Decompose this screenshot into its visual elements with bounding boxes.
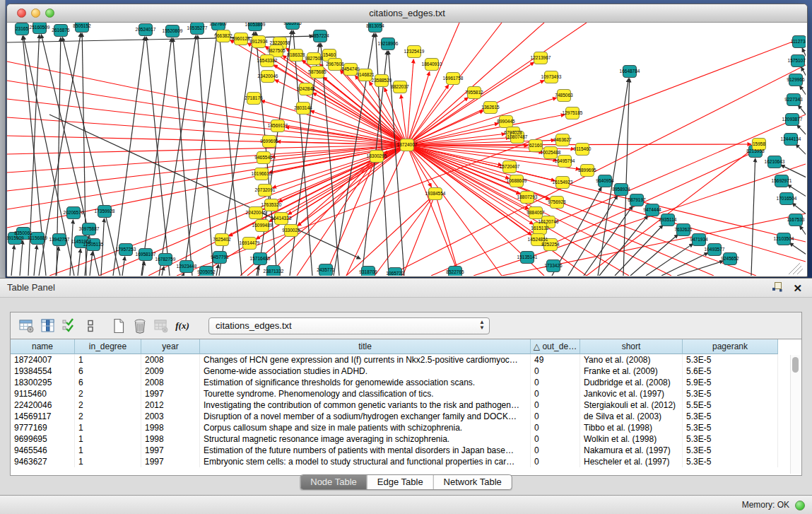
table-cell[interactable]: 2008: [141, 354, 200, 366]
table-cell[interactable]: 1: [75, 445, 141, 456]
table-cell[interactable]: 49: [531, 354, 580, 366]
table-cell[interactable]: 0: [531, 433, 580, 445]
memory-status-icon[interactable]: [795, 501, 805, 510]
network-window-titlebar[interactable]: citations_edges.txt: [7, 4, 807, 23]
table-cell[interactable]: 1: [75, 422, 141, 433]
table-cell[interactable]: 22420046: [11, 399, 75, 411]
table-cell[interactable]: 2: [75, 399, 141, 411]
table-cell[interactable]: 0: [531, 411, 580, 422]
table-body[interactable]: 1872400712008Changes of HCN gene express…: [11, 354, 801, 467]
table-cell[interactable]: Hescheler et al. (1997): [580, 456, 683, 467]
table-cell[interactable]: Wolkin et al. (1998): [580, 433, 683, 445]
table-cell[interactable]: Nakamura et al. (1997): [580, 445, 683, 456]
table-cell[interactable]: Investigating the contribution of common…: [200, 399, 531, 411]
table-cell[interactable]: Genome-wide association studies in ADHD.: [200, 366, 531, 377]
table-cell[interactable]: 6: [75, 377, 141, 388]
table-header-row[interactable]: namein_degreeyeartitle△ out_de…shortpage…: [11, 339, 801, 354]
table-cell[interactable]: 18724007: [11, 354, 75, 366]
table-cell[interactable]: 0: [531, 422, 580, 433]
column-header-out_de[interactable]: △ out_de…: [531, 339, 580, 354]
table-cell[interactable]: 0: [531, 366, 580, 377]
table-row[interactable]: 1872400712008Changes of HCN gene express…: [11, 354, 801, 366]
table-cell[interactable]: 1998: [141, 422, 200, 433]
table-cell[interactable]: 1997: [141, 456, 200, 467]
table-cell[interactable]: Dudbridge et al. (2008): [580, 377, 683, 388]
table-cell[interactable]: 9465546: [11, 445, 75, 456]
table-cell[interactable]: 5.3E-5: [683, 422, 778, 433]
table-cell[interactable]: 5.3E-5: [683, 456, 778, 467]
table-cell[interactable]: 1997: [141, 445, 200, 456]
table-cell[interactable]: 2: [75, 388, 141, 399]
table-cell[interactable]: 18300295: [11, 377, 75, 388]
network-canvas[interactable]: 2316525160509261687685051522052401715520…: [7, 23, 806, 276]
table-cell[interactable]: 2012: [141, 399, 200, 411]
tab-node-table[interactable]: Node Table: [300, 475, 367, 489]
table-cell[interactable]: 1997: [141, 388, 200, 399]
table-cell[interactable]: Structural magnetic resonance image aver…: [200, 433, 531, 445]
table-cell[interactable]: 0: [531, 399, 580, 411]
table-cell[interactable]: Tibbo et al. (1998): [580, 422, 683, 433]
column-header-name[interactable]: name: [11, 339, 75, 354]
column-header-in_degree[interactable]: in_degree: [75, 339, 141, 354]
tab-network-table[interactable]: Network Table: [433, 475, 512, 489]
table-cell[interactable]: 9115460: [11, 388, 75, 399]
table-cell[interactable]: 1: [75, 433, 141, 445]
table-row[interactable]: 969969511998Structural magnetic resonanc…: [11, 433, 801, 445]
table-cell[interactable]: 9463627: [11, 456, 75, 467]
table-cell[interactable]: Franke et al. (2009): [580, 366, 683, 377]
table-row[interactable]: 946362711997Embryonic stem cells: a mode…: [11, 456, 801, 467]
table-cell[interactable]: 2009: [141, 366, 200, 377]
table-cell[interactable]: 5.3E-5: [683, 411, 778, 422]
vertical-scrollbar[interactable]: [790, 355, 800, 474]
function-builder-icon[interactable]: f(x): [172, 315, 193, 337]
select-all-icon[interactable]: [59, 315, 80, 337]
table-cell[interactable]: 5.9E-5: [683, 377, 778, 388]
table-row[interactable]: 1456911722003Disruption of a novel membe…: [11, 411, 801, 422]
row-tools-icon[interactable]: [80, 315, 101, 337]
column-header-pagerank[interactable]: pagerank: [683, 339, 778, 354]
table-cell[interactable]: 5.3E-5: [683, 433, 778, 445]
table-row[interactable]: 1830029562008Estimation of significance …: [11, 377, 801, 388]
delete-icon[interactable]: [129, 315, 151, 337]
table-cell[interactable]: 14569117: [11, 411, 75, 422]
table-cell[interactable]: Corpus callosum shape and size in male p…: [200, 422, 531, 433]
table-cell[interactable]: 0: [531, 377, 580, 388]
column-header-title[interactable]: title: [200, 339, 531, 354]
table-cell[interactable]: 5.6E-5: [683, 366, 778, 377]
table-row[interactable]: 946554611997Estimation of the future num…: [11, 445, 801, 456]
table-cell[interactable]: Tourette syndrome. Phenomenology and cla…: [200, 388, 531, 399]
table-cell[interactable]: de Silva et al. (2003): [580, 411, 683, 422]
table-cell[interactable]: Stergiakouli et al. (2012): [580, 399, 683, 411]
table-cell[interactable]: Yano et al. (2008): [580, 354, 683, 366]
table-cell[interactable]: Estimation of the future numbers of pati…: [200, 445, 531, 456]
table-cell[interactable]: 9777169: [11, 422, 75, 433]
table-cell[interactable]: 0: [531, 456, 580, 467]
table-row[interactable]: 911546021997Tourette syndrome. Phenomeno…: [11, 388, 801, 399]
table-cell[interactable]: Estimation of significance thresholds fo…: [200, 377, 531, 388]
table-cell[interactable]: 2: [75, 411, 141, 422]
table-cell[interactable]: Embryonic stem cells: a model to study s…: [200, 456, 531, 467]
table-cell[interactable]: 19384554: [11, 366, 75, 377]
table-cell[interactable]: 1: [75, 456, 141, 467]
table-settings-icon[interactable]: [16, 315, 37, 337]
table-row[interactable]: 977716911998Corpus callosum shape and si…: [11, 422, 801, 433]
table-cell[interactable]: 5.3E-5: [683, 388, 778, 399]
table-cell[interactable]: Changes of HCN gene expression and I(f) …: [200, 354, 531, 366]
table-cell[interactable]: 1998: [141, 433, 200, 445]
float-window-icon[interactable]: [772, 281, 783, 296]
tab-edge-table[interactable]: Edge Table: [367, 475, 433, 489]
table-cell[interactable]: 6: [75, 366, 141, 377]
table-cell[interactable]: 2008: [141, 377, 200, 388]
table-cell[interactable]: 9699695: [11, 433, 75, 445]
scrollbar-thumb[interactable]: [792, 357, 799, 373]
table-cell[interactable]: 1: [75, 354, 141, 366]
show-columns-icon[interactable]: [37, 315, 59, 337]
table-select-dropdown[interactable]: citations_edges.txt ▲▼: [208, 317, 490, 334]
table-cell[interactable]: 5.5E-5: [683, 399, 778, 411]
table-cell[interactable]: 5.3E-5: [683, 445, 778, 456]
network-window[interactable]: citations_edges.txt 23165251605092616876…: [6, 4, 808, 277]
table-cell[interactable]: Jankovic et al. (1997): [580, 388, 683, 399]
table-cell[interactable]: 0: [531, 445, 580, 456]
close-panel-icon[interactable]: ✕: [793, 282, 802, 295]
column-header-year[interactable]: year: [141, 339, 200, 354]
